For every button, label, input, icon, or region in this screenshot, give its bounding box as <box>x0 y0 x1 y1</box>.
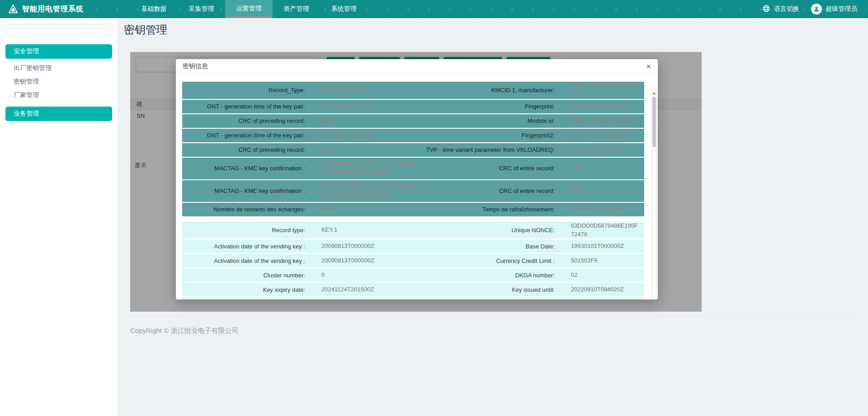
close-icon[interactable]: × <box>646 62 651 70</box>
field-label: CRC of entire record: <box>422 165 556 172</box>
key-info-row: MACTAG - KMC key confirmation :C338C4ACE… <box>182 180 644 202</box>
field-label: Cluster number: <box>182 272 307 279</box>
field-value: 20090813T000000Z <box>307 257 423 265</box>
field-value: 19930101T000000Z <box>557 242 644 251</box>
footer: CopyRight © 浙江恒业电子有限公司 <box>124 316 862 335</box>
key-info-table: Record_Type:VKLOAD.RESP.1KMCID.1, manufa… <box>182 82 644 299</box>
modal-body: Record_Type:VKLOAD.RESP.1KMCID.1, manufa… <box>176 74 658 299</box>
nav-tab-system[interactable]: 系统管理 <box>320 0 368 18</box>
field-label: Fingerprint: <box>422 103 556 110</box>
field-value: 8574 <box>557 187 644 195</box>
key-info-row: Record_Type:VKLOAD.RESP.1KMCID.1, manufa… <box>182 82 644 99</box>
field-value: 0 <box>307 271 423 280</box>
field-value: SMID.1:Prism:94001524 <box>557 117 644 125</box>
field-value: F64C24CFF7500A30 <box>557 131 644 140</box>
field-label: KMCID.1, manufacturer: <box>422 87 556 93</box>
scroll-up-icon[interactable] <box>652 91 656 95</box>
modal-scrollbar[interactable] <box>651 90 657 299</box>
field-value: 20090813T000000Z <box>307 242 423 251</box>
field-value: VKLOAD.RESP.1 <box>307 86 423 94</box>
nav-tab-collection[interactable]: 采集管理 <box>178 0 225 18</box>
field-value: E312 <box>307 145 423 154</box>
field-value: 2022-05-19 14:49:16 <box>557 205 644 214</box>
field-label: Key issued until: <box>422 286 556 293</box>
brand: 智能用电管理系统 <box>0 4 118 14</box>
field-label: Key expiry date: <box>182 286 307 293</box>
field-label: Activation date of the vending key : <box>182 257 307 264</box>
modal-title: 密钥信息 <box>183 62 208 70</box>
avatar <box>811 4 822 14</box>
field-label: Activation date of the vending key : <box>182 243 307 250</box>
field-label: CRC of preceding record: <box>182 146 307 153</box>
modal-header: 密钥信息 × <box>176 59 658 74</box>
logo-icon <box>8 4 18 14</box>
field-value: 20241124T201500Z <box>307 285 423 294</box>
key-info-row: Record type:KEY.1Unique NONCE:63DDD0D587… <box>182 222 644 239</box>
field-label: DKGA number: <box>422 272 556 279</box>
key-info-row: CRC of preceding record:6348Module id:SM… <box>182 114 644 128</box>
nav-tab-basic-data[interactable]: 基础数据 <box>130 0 178 18</box>
key-info-row: CRC of preceding record:E312TVP - time v… <box>182 143 644 157</box>
field-label: CRC of preceding record: <box>182 117 307 124</box>
nav-tab-operation[interactable]: 运营管理 <box>225 0 273 18</box>
sidebar: 安全管理 出厂密钥管理 密钥管理 厂家管理 业务管理 <box>0 18 118 416</box>
field-label: Temps de rafraîchissement: <box>422 206 556 213</box>
field-label: Base Date: <box>422 243 556 250</box>
sidebar-item-factory-key-mgmt[interactable]: 出厂密钥管理 <box>5 61 112 75</box>
key-info-modal: 密钥信息 × Record_Type:VKLOAD.RESP.1KMCID.1,… <box>176 59 658 299</box>
sidebar-item-vendor-mgmt[interactable]: 厂家管理 <box>5 89 112 102</box>
field-value: 8574 <box>557 164 644 173</box>
user-name: 超级管理员 <box>826 5 857 13</box>
field-value: 93445 <box>307 205 423 214</box>
field-label: Record type: <box>182 227 307 234</box>
field-value: 6348 <box>307 117 423 125</box>
sidebar-item-security-mgmt[interactable]: 安全管理 <box>5 44 112 59</box>
field-label: CRC of entire record: <box>422 187 556 194</box>
language-switch-label: 语言切换 <box>774 5 799 13</box>
field-label: Module id: <box>422 117 556 124</box>
nav-tab-assets[interactable]: 资产管理 <box>273 0 320 18</box>
key-info-row: GNT - generation time of the key pair:20… <box>182 100 644 113</box>
field-value: KMCID.1:Prism:STSA-KMC-1 <box>557 82 644 99</box>
key-info-section-teal: Record_Type:VKLOAD.RESP.1KMCID.1, manufa… <box>182 82 644 216</box>
user-menu[interactable]: 超级管理员 <box>811 4 857 14</box>
field-value: 20220910T094020Z <box>557 285 644 294</box>
field-label: MACTAG - KMC key confirmation : <box>182 165 307 172</box>
field-value: C5D09B895FA49A54 <box>557 102 644 111</box>
key-info-row: Cluster number:0DKGA number:02 <box>182 268 644 282</box>
field-value: C338C4ACED1929B77372E00F70E2436379FD05A9… <box>307 182 423 200</box>
field-label: Unique NONCE: <box>422 227 556 234</box>
sidebar-item-key-mgmt[interactable]: 密钥管理 <box>5 75 112 89</box>
key-info-row: GNT - generation time of the key pair:20… <box>182 129 644 142</box>
scrollbar-thumb[interactable] <box>652 97 656 147</box>
main-content: 密钥管理 ○搜索 更新交易号 上传公钥 生成密钥请求文件 导入key密钥 模 S… <box>118 18 868 416</box>
sidebar-search-input[interactable] <box>5 24 112 35</box>
key-info-row: Key expiry date:20241124T201500ZKey issu… <box>182 283 644 296</box>
field-label: TVP - time variant parameter from VKLOAD… <box>422 146 556 153</box>
app-title: 智能用电管理系统 <box>22 5 84 14</box>
key-info-row: Activation date of the vending key :2009… <box>182 239 644 253</box>
key-info-row: MACTAG - KMC key confirmation :C338C4ACE… <box>182 158 644 179</box>
field-value: 20200520T103228Z <box>307 131 423 140</box>
field-value: 20210909T013606Z <box>557 145 644 154</box>
key-info-row: Key Check Value:E03849Key Expiry Number:… <box>182 297 644 299</box>
field-label: Record_Type: <box>182 87 307 93</box>
field-value: 02 <box>557 271 644 280</box>
field-label: GNT - generation time of the key pair: <box>182 132 307 139</box>
app-header: 智能用电管理系统 基础数据 采集管理 运营管理 资产管理 系统管理 语言切换 超… <box>0 0 868 18</box>
globe-icon <box>762 5 770 14</box>
field-value: 63DDD0D5878486E195F72478 <box>557 222 644 239</box>
language-switch[interactable]: 语言切换 <box>762 5 799 14</box>
copyright-text: CopyRight © 浙江恒业电子有限公司 <box>130 327 238 334</box>
field-label: GNT - generation time of the key pair: <box>182 103 307 110</box>
field-value: C338C4ACED1929B77372E00F70E2436379FD05A9… <box>307 160 423 177</box>
field-value: 501502F9 <box>557 257 644 265</box>
sidebar-item-business-mgmt[interactable]: 业务管理 <box>5 107 112 121</box>
field-value: KEY.1 <box>307 226 423 234</box>
main-nav: 基础数据 采集管理 运营管理 资产管理 系统管理 <box>130 0 368 18</box>
field-value: 20190416T114529Z <box>307 102 423 111</box>
page-title: 密钥管理 <box>124 23 167 37</box>
field-label: Currency Credit Limit : <box>422 257 556 264</box>
field-label: MACTAG - KMC key confirmation : <box>182 187 307 194</box>
field-label: Nombre de restants des échanges: <box>182 206 307 213</box>
